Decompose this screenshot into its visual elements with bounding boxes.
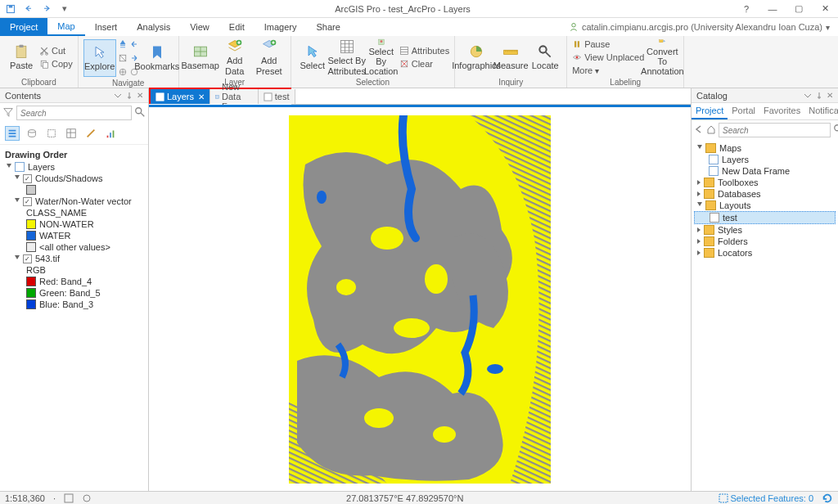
paste-button[interactable]: Paste [5, 38, 38, 76]
copy-button[interactable]: Copy [39, 58, 73, 70]
catalog-locators-folder[interactable]: Locators [694, 247, 836, 259]
catalog-map-layers[interactable]: Layers [694, 154, 836, 165]
pane-pin-icon[interactable] [125, 92, 133, 100]
infographics-button[interactable]: Infographics [460, 38, 493, 76]
nav-tool-1[interactable] [118, 38, 128, 50]
list-by-drawing-order-button[interactable] [5, 126, 20, 141]
symbol-nonwater[interactable]: NON-WATER [3, 218, 145, 230]
refresh-icon[interactable] [822, 493, 833, 504]
catalog-layouts-folder[interactable]: Layouts [694, 200, 836, 211]
search-icon[interactable] [134, 106, 146, 119]
catalog-tab-portal[interactable]: Portal [728, 103, 759, 119]
svg-rect-52 [719, 494, 728, 502]
catalog-tab-favorites[interactable]: Favorites [759, 103, 804, 119]
bookmarks-button[interactable]: Bookmarks [141, 39, 173, 77]
svg-point-45 [364, 408, 394, 428]
band-blue[interactable]: Blue: Band_3 [3, 299, 145, 310]
catalog-home-icon[interactable] [706, 124, 716, 136]
group-inquiry: Inquiry [460, 77, 561, 88]
tab-insert[interactable]: Insert [85, 18, 128, 36]
catalog-dropdown-icon[interactable] [804, 92, 812, 100]
qat-dropdown-icon[interactable]: ▾ [57, 2, 72, 16]
catalog-maps-folder[interactable]: Maps [694, 142, 836, 154]
signed-in-user[interactable]: catalin.cimpianu.arcgis.pro (University … [569, 18, 838, 36]
list-by-editing-button[interactable] [64, 126, 79, 141]
status-tool-2[interactable] [82, 493, 92, 503]
add-data-button[interactable]: Add Data [219, 38, 251, 76]
catalog-folders[interactable]: Folders [694, 236, 836, 247]
project-tab[interactable]: Project [0, 18, 47, 36]
map-canvas[interactable] [149, 107, 691, 491]
save-icon[interactable] [3, 2, 18, 16]
list-by-source-button[interactable] [25, 126, 39, 141]
symbol-all-other[interactable]: <all other values> [3, 241, 145, 253]
catalog-styles-folder[interactable]: Styles [694, 224, 836, 236]
nav-tool-2[interactable] [118, 52, 128, 64]
pane-close-icon[interactable]: ✕ [137, 91, 143, 100]
catalog-layout-test[interactable]: test [694, 211, 836, 224]
catalog-pin-icon[interactable] [815, 92, 823, 100]
contents-search-input[interactable] [16, 106, 132, 120]
list-by-snapping-button[interactable] [83, 126, 98, 141]
svg-point-47 [487, 364, 503, 374]
help-button[interactable]: ? [733, 0, 759, 18]
filter-icon[interactable] [2, 106, 14, 119]
catalog-tab-notifications[interactable]: Notifications [804, 103, 838, 119]
labeling-more-button[interactable]: More ▾ [572, 65, 644, 77]
catalog-tab-project[interactable]: Project [692, 103, 728, 119]
add-preset-button[interactable]: Add Preset [253, 38, 286, 76]
band-red[interactable]: Red: Band_4 [3, 276, 145, 287]
select-button[interactable]: Select [296, 38, 329, 76]
svg-point-17 [380, 40, 382, 43]
catalog-search-icon[interactable] [833, 124, 838, 137]
pane-dropdown-icon[interactable] [114, 92, 122, 100]
maximize-button[interactable]: ▢ [786, 0, 812, 18]
convert-annotation-button[interactable]: Convert To Annotation [646, 38, 678, 76]
attributes-button[interactable]: Attributes [399, 45, 449, 57]
tab-view[interactable]: View [180, 18, 219, 36]
nav-tool-4[interactable] [129, 38, 139, 50]
tab-edit[interactable]: Edit [219, 18, 255, 36]
tab-map[interactable]: Map [47, 18, 84, 36]
catalog-search-input[interactable] [719, 123, 831, 137]
view-tab-layers[interactable]: Layers✕ [151, 89, 210, 104]
redo-icon[interactable] [39, 2, 54, 16]
measure-button[interactable]: Measure [494, 38, 527, 76]
view-unplaced-button[interactable]: View Unplaced [572, 52, 644, 64]
nav-tool-3[interactable] [118, 65, 128, 78]
catalog-toolboxes-folder[interactable]: Toolboxes [694, 177, 836, 188]
pause-labeling-button[interactable]: Pause [572, 38, 644, 51]
toc-layer-water-vector[interactable]: ✓Water/Non-Water vector [3, 196, 145, 207]
minimize-button[interactable]: — [759, 0, 786, 18]
list-by-selection-button[interactable] [44, 126, 59, 141]
basemap-button[interactable]: Basemap [184, 38, 217, 76]
clear-button[interactable]: Clear [399, 58, 449, 70]
band-green[interactable]: Green: Band_5 [3, 287, 145, 299]
map-frame-row[interactable]: Layers [3, 161, 145, 173]
catalog-databases-folder[interactable]: Databases [694, 188, 836, 200]
locate-button[interactable]: Locate [529, 38, 561, 76]
select-by-attributes-button[interactable]: Select By Attributes [331, 38, 363, 76]
catalog-back-icon[interactable] [694, 124, 704, 136]
tab-analysis[interactable]: Analysis [127, 18, 180, 36]
explore-button[interactable]: Explore [83, 39, 116, 77]
select-by-location-button[interactable]: Select By Location [365, 38, 398, 76]
toc-layer-clouds[interactable]: ✓Clouds/Shadows [3, 173, 145, 184]
cut-button[interactable]: Cut [39, 45, 73, 57]
scale-display[interactable]: 1:518,360 [5, 493, 45, 503]
svg-rect-37 [264, 92, 272, 100]
status-tool-1[interactable] [64, 493, 74, 503]
undo-icon[interactable] [21, 2, 36, 16]
tab-imagery[interactable]: Imagery [255, 18, 307, 36]
catalog-close-icon[interactable]: ✕ [827, 91, 833, 100]
catalog-map-ndf[interactable]: New Data Frame [694, 165, 836, 177]
close-tab-icon[interactable]: ✕ [198, 92, 205, 101]
list-by-labeling-button[interactable] [103, 126, 118, 141]
toc-layer-543tif[interactable]: ✓543.tif [3, 253, 145, 264]
close-button[interactable]: ✕ [812, 0, 838, 18]
view-tab-new-data-frame[interactable]: New Data Frame [210, 89, 259, 104]
tab-share[interactable]: Share [307, 18, 350, 36]
view-tab-test[interactable]: test [259, 89, 295, 104]
symbol-water[interactable]: WATER [3, 230, 145, 241]
selected-features-display[interactable]: Selected Features: 0 [719, 493, 814, 503]
